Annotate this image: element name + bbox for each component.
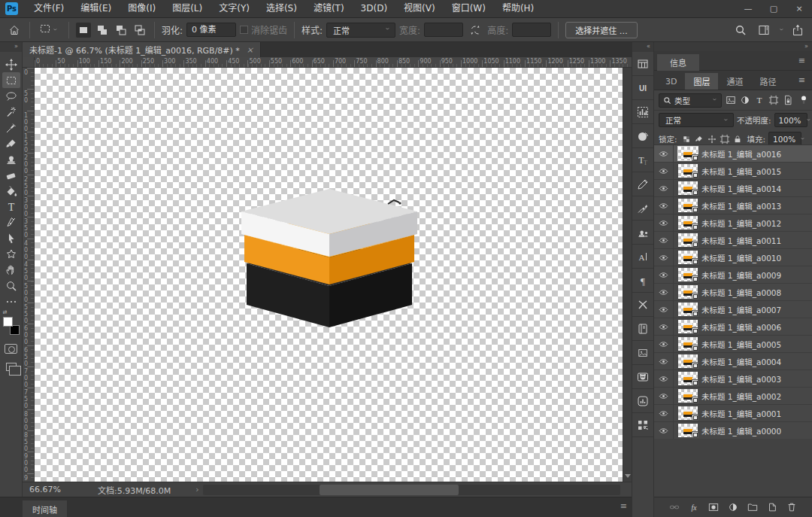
layer-thumbnail[interactable] (678, 216, 698, 230)
layer-thumbnail[interactable] (678, 233, 698, 247)
new-selection-icon[interactable] (76, 23, 91, 38)
layer-row[interactable]: 未标题 1_编辑_a0004 (654, 353, 812, 370)
layer-thumbnail[interactable] (678, 354, 698, 368)
menu-item[interactable]: 3D(D) (353, 0, 395, 17)
search-icon[interactable] (732, 22, 749, 38)
canvas[interactable] (35, 68, 623, 482)
path-select-tool[interactable] (2, 230, 20, 246)
navigator-panel-icon[interactable] (632, 389, 653, 413)
layer-thumbnail[interactable] (678, 337, 698, 351)
maximize-button[interactable]: ▢ (761, 0, 786, 17)
tab-info[interactable]: 信息 (657, 54, 699, 71)
layer-row[interactable]: 未标题 1_编辑_a0014 (654, 180, 812, 197)
layer-thumbnail[interactable] (678, 268, 698, 281)
layer-row[interactable]: 未标题 1_编辑_a0010 (654, 249, 812, 266)
swap-colors-icon[interactable]: ⇄ (3, 309, 7, 315)
tool-preset-dropdown[interactable] (37, 21, 62, 38)
clone-source-panel-icon[interactable] (632, 220, 653, 245)
opacity-input[interactable]: 100% (774, 113, 807, 127)
move-tool[interactable] (2, 56, 20, 72)
paragraph-panel-icon[interactable]: ¶ (632, 269, 653, 293)
pixel-layer-filter-icon[interactable] (723, 93, 738, 108)
brush-settings-panel-icon[interactable] (632, 172, 653, 196)
eyedropper-tool[interactable] (2, 120, 20, 135)
screen-mode-icon[interactable] (6, 363, 17, 371)
document-tab[interactable]: 未标题-1 @ 66.7% (未标题 1_编辑_a0016, RGB/8#) *… (23, 42, 261, 57)
menu-item[interactable]: 图层(L) (164, 0, 211, 17)
layer-row[interactable]: 未标题 1_编辑_a0015 (654, 163, 812, 180)
shape-layer-filter-icon[interactable] (766, 93, 780, 108)
layers-panel-menu-icon[interactable]: ≡ (798, 75, 805, 85)
character-styles-panel-icon[interactable]: TT (632, 148, 653, 172)
scrollbar-thumb[interactable] (320, 485, 459, 495)
visibility-eye-icon[interactable] (654, 301, 674, 318)
layer-thumbnail[interactable] (678, 181, 698, 195)
layer-row[interactable]: 未标题 1_编辑_a0001 (654, 405, 812, 422)
pen-tool[interactable] (2, 214, 20, 230)
color-panel-icon[interactable] (632, 124, 653, 148)
share-icon[interactable] (789, 22, 806, 38)
type-tool[interactable]: T (2, 199, 20, 214)
brush-tool[interactable] (2, 135, 20, 151)
lock-paint-icon[interactable] (693, 132, 706, 146)
layer-row[interactable]: 未标题 1_编辑_a0005 (654, 336, 812, 353)
menu-item[interactable]: 滤镜(T) (305, 0, 353, 17)
tool-presets-panel-icon[interactable] (632, 293, 653, 317)
layer-thumbnail[interactable] (678, 303, 698, 316)
visibility-eye-icon[interactable] (654, 405, 674, 421)
tab-路径[interactable]: 路径 (751, 73, 784, 90)
add-mask-icon[interactable] (707, 500, 720, 514)
menu-item[interactable]: 文字(Y) (211, 0, 258, 17)
lock-artboard-icon[interactable] (719, 132, 732, 146)
lock-transparency-icon[interactable] (680, 132, 693, 146)
panel-collapse-icon[interactable]: » (654, 42, 812, 51)
visibility-eye-icon[interactable] (654, 284, 674, 300)
measurement-log-panel-icon[interactable] (632, 100, 653, 124)
swap-width-height-icon[interactable] (467, 22, 483, 38)
menu-item[interactable]: 窗口(W) (444, 0, 494, 17)
layer-row[interactable]: 未标题 1_编辑_a0006 (654, 318, 812, 336)
clone-stamp-tool[interactable] (2, 151, 20, 167)
subtract-selection-icon[interactable] (114, 23, 129, 38)
height-input[interactable] (512, 23, 551, 37)
width-input[interactable] (424, 23, 463, 37)
layer-thumbnail[interactable] (678, 164, 698, 178)
layer-row[interactable]: 未标题 1_编辑_a0012 (654, 214, 812, 232)
visibility-eye-icon[interactable] (654, 197, 674, 214)
layer-row[interactable]: 未标题 1_编辑_a0000 (654, 422, 812, 439)
toolbar-collapse-icon[interactable]: » (0, 42, 22, 52)
visibility-eye-icon[interactable] (654, 388, 674, 404)
layer-row[interactable]: 未标题 1_编辑_a0003 (654, 370, 812, 388)
actions-panel-icon[interactable] (632, 365, 653, 389)
libraries-panel-icon[interactable] (632, 341, 653, 365)
visibility-eye-icon[interactable] (654, 249, 674, 266)
minimize-button[interactable]: — (735, 0, 761, 17)
custom-shape-tool[interactable] (2, 246, 20, 262)
dock-expand-icon[interactable]: « (632, 42, 653, 52)
hand-tool[interactable] (2, 262, 20, 278)
ruler-origin[interactable] (23, 57, 35, 68)
delete-layer-icon[interactable] (785, 500, 798, 514)
visibility-eye-icon[interactable] (654, 180, 674, 196)
zoom-level[interactable]: 66.67% (23, 485, 68, 494)
layer-row[interactable]: 未标题 1_编辑_a0013 (654, 197, 812, 214)
style-select[interactable]: 正常 (326, 23, 395, 38)
rectangular-marquee-tool[interactable] (2, 72, 20, 88)
close-button[interactable]: × (786, 0, 812, 17)
menu-item[interactable]: 帮助(H) (494, 0, 542, 17)
lock-position-icon[interactable] (706, 132, 719, 146)
zoom-tool[interactable] (2, 278, 20, 293)
layer-thumbnail[interactable] (678, 251, 698, 264)
close-tab-icon[interactable]: × (247, 45, 253, 55)
menu-item[interactable]: 图像(I) (120, 0, 164, 17)
visibility-eye-icon[interactable] (654, 370, 674, 387)
intersect-selection-icon[interactable] (132, 23, 147, 38)
layer-thumbnail[interactable] (678, 320, 698, 333)
visibility-eye-icon[interactable] (654, 318, 674, 335)
visibility-eye-icon[interactable] (654, 214, 674, 231)
magic-wand-tool[interactable] (2, 104, 20, 120)
adjustment-layer-icon[interactable] (726, 500, 740, 514)
properties-panel-icon[interactable] (632, 52, 653, 76)
layer-row[interactable]: 未标题 1_编辑_a0007 (654, 301, 812, 318)
vertical-scrollbar[interactable] (623, 68, 632, 482)
